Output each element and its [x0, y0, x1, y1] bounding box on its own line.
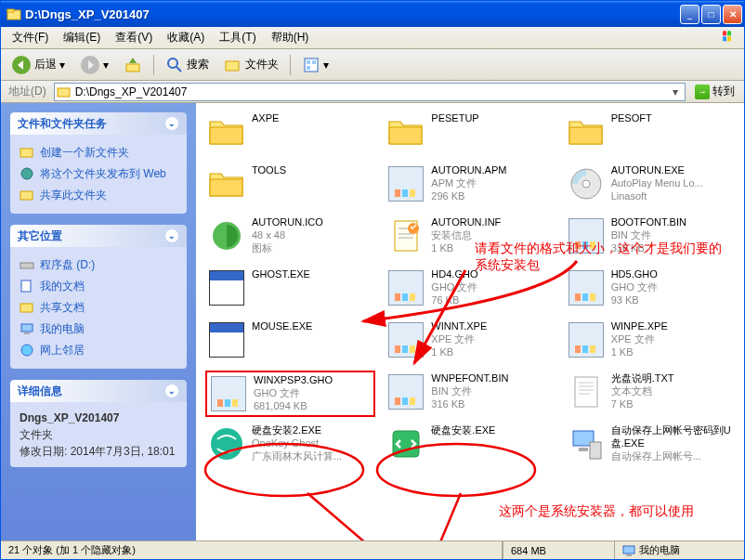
details-type: 文件夹 [20, 426, 177, 443]
task-share[interactable]: 共享此文件夹 [20, 185, 177, 206]
svg-rect-51 [395, 397, 400, 405]
file-item[interactable]: 硬盘安装2.EXEOneKey Ghost广东雨林木风计算... [205, 423, 375, 469]
file-item[interactable]: 硬盘安装.EXE [385, 423, 555, 469]
collapse-icon[interactable]: ⌄ [164, 116, 179, 131]
file-item[interactable]: PESETUP [385, 111, 555, 157]
forward-button[interactable]: ▾ [73, 51, 115, 79]
svg-point-14 [21, 168, 33, 179]
file-icon [567, 424, 606, 463]
menu-edit[interactable]: 编辑(E) [56, 27, 108, 48]
place-shared-docs[interactable]: 共享文档 [20, 297, 177, 319]
file-item[interactable]: AUTORUN.ICO48 x 48图标 [205, 215, 375, 261]
file-item[interactable]: AXPE [205, 111, 375, 157]
svg-rect-37 [402, 293, 408, 301]
address-label: 地址(D) [5, 84, 50, 99]
file-label: WINXPSP3.GHOGHO 文件681,094 KB [254, 374, 333, 412]
file-label: HD5.GHOGHO 文件93 KB [611, 268, 658, 306]
file-label: GHOST.EXE [252, 268, 310, 281]
task-new-folder[interactable]: 创建一个新文件夹 [20, 142, 177, 163]
svg-line-6 [176, 67, 181, 72]
windows-flag-icon [722, 30, 738, 47]
panel-title: 详细信息 [18, 384, 62, 399]
menu-file[interactable]: 文件(F) [5, 27, 56, 48]
close-button[interactable]: ✕ [723, 5, 742, 24]
file-icon [567, 216, 606, 255]
file-item[interactable]: AUTORUN.APMAPM 文件296 KB [385, 163, 555, 209]
svg-rect-35 [590, 241, 595, 249]
toolbar-sep [290, 55, 291, 75]
svg-rect-11 [307, 66, 310, 70]
svg-rect-34 [582, 241, 588, 249]
file-item[interactable]: GHOST.EXE [205, 267, 375, 313]
go-button[interactable]: → 转到 [689, 84, 740, 99]
file-item[interactable]: MOUSE.EXE [205, 319, 375, 365]
file-label: WNPEFONT.BINBIN 文件316 KB [431, 372, 508, 410]
place-my-documents[interactable]: 我的文档 [20, 276, 177, 297]
task-publish[interactable]: 将这个文件夹发布到 Web [20, 163, 177, 185]
globe-icon [20, 166, 34, 181]
dropdown-icon: ▾ [103, 59, 109, 72]
file-item[interactable]: 自动保存上网帐号密码到U盘.EXE自动保存上网帐号... [565, 423, 735, 469]
file-item[interactable]: PESOFT [565, 111, 735, 157]
dropdown-icon: ▾ [59, 59, 65, 72]
content-area: 文件和文件夹任务 ⌄ 创建一个新文件夹 将这个文件夹发布到 Web 共享此文件夹… [1, 103, 744, 540]
svg-rect-17 [21, 280, 31, 292]
place-my-computer[interactable]: 我的电脑 [20, 319, 177, 340]
computer-icon [622, 544, 635, 557]
place-drive-d[interactable]: 程序盘 (D:) [20, 254, 177, 276]
file-list[interactable]: AXPEPESETUPPESOFTTOOLSAUTORUN.APMAPM 文件2… [196, 103, 744, 540]
file-label: WINPE.XPEXPE 文件1 KB [611, 320, 668, 358]
file-label: 硬盘安装2.EXEOneKey Ghost广东雨林木风计算... [252, 424, 342, 462]
svg-rect-42 [395, 345, 400, 353]
file-label: AUTORUN.APMAPM 文件296 KB [431, 164, 506, 202]
collapse-icon[interactable]: ⌄ [164, 384, 179, 398]
chevron-down-icon[interactable]: ▾ [668, 85, 683, 98]
menu-view[interactable]: 查看(V) [108, 27, 160, 48]
status-location: 我的电脑 [614, 541, 744, 559]
file-item[interactable]: WNPEFONT.BINBIN 文件316 KB [385, 371, 555, 417]
file-label: AUTORUN.INF安装信息1 KB [431, 216, 501, 254]
svg-rect-9 [307, 60, 310, 64]
menu-favorites[interactable]: 收藏(A) [160, 27, 212, 48]
file-item[interactable]: 光盘说明.TXT文本文档7 KB [565, 371, 735, 417]
file-label: HD4.GHOGHO 文件76 KB [431, 268, 477, 306]
folders-button[interactable]: 文件夹 [217, 52, 285, 78]
back-button[interactable]: 后退 ▾ [5, 51, 72, 79]
svg-rect-16 [20, 263, 33, 268]
file-icon [386, 320, 425, 359]
svg-rect-38 [410, 293, 415, 301]
collapse-icon[interactable]: ⌄ [164, 228, 179, 243]
svg-rect-33 [575, 241, 581, 249]
up-button[interactable] [117, 52, 149, 78]
file-item[interactable]: BOOTFONT.BINBIN 文件316 KB [565, 215, 735, 261]
panel-header[interactable]: 其它位置 ⌄ [10, 225, 187, 247]
panel-header[interactable]: 详细信息 ⌄ [10, 380, 187, 402]
svg-rect-12 [58, 88, 70, 97]
file-item[interactable]: WINPE.XPEXPE 文件1 KB [565, 319, 735, 365]
panel-details: 详细信息 ⌄ Dngs_XP_V201407 文件夹 修改日期: 2014年7月… [10, 380, 187, 467]
views-button[interactable]: ▾ [295, 52, 335, 78]
panel-header[interactable]: 文件和文件夹任务 ⌄ [10, 112, 187, 135]
toolbar: 后退 ▾ ▾ 搜索 文件夹 ▾ [1, 49, 744, 81]
address-combo[interactable]: D:\Dngs_XP_V201407 ▾ [54, 83, 686, 101]
file-item[interactable]: HD5.GHOGHO 文件93 KB [565, 267, 735, 313]
side-panel: 文件和文件夹任务 ⌄ 创建一个新文件夹 将这个文件夹发布到 Web 共享此文件夹… [1, 103, 196, 540]
file-item[interactable]: AUTORUN.INF安装信息1 KB [385, 215, 555, 261]
file-item[interactable]: AUTORUN.EXEAutoPlay Menu Lo...Linasoft [565, 163, 735, 209]
place-network[interactable]: 网上邻居 [20, 340, 177, 361]
file-item[interactable]: TOOLS [205, 163, 375, 209]
search-button[interactable]: 搜索 [159, 52, 216, 78]
menu-help[interactable]: 帮助(H) [264, 27, 317, 48]
file-icon [207, 320, 246, 359]
file-icon [567, 112, 606, 151]
file-label: MOUSE.EXE [252, 320, 312, 333]
svg-rect-10 [312, 60, 316, 64]
file-item[interactable]: WINXPSP3.GHOGHO 文件681,094 KB [205, 371, 375, 417]
file-item[interactable]: HD4.GHOGHO 文件76 KB [385, 267, 555, 313]
menu-tools[interactable]: 工具(T) [212, 27, 263, 48]
file-item[interactable]: WINNT.XPEXPE 文件1 KB [385, 319, 555, 365]
minimize-button[interactable]: _ [680, 5, 699, 24]
svg-rect-54 [575, 377, 597, 407]
titlebar[interactable]: D:\Dngs_XP_V201407 _ □ ✕ [1, 1, 744, 27]
maximize-button[interactable]: □ [701, 5, 721, 24]
